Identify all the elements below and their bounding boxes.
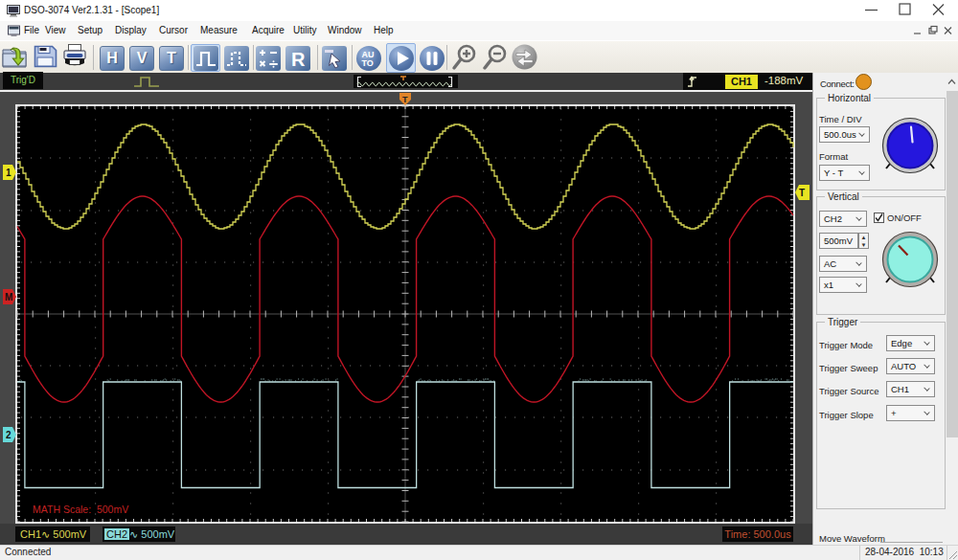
svg-text:T: T [402,95,408,104]
svg-text:T: T [799,188,805,198]
svg-text:R: R [291,49,306,70]
svg-text:1: 1 [6,168,11,178]
svg-text:M: M [5,292,12,302]
svg-text:TO: TO [362,58,374,68]
svg-text:MATH Scale: 500mV: MATH Scale: 500mV [33,504,128,515]
svg-text:2: 2 [6,430,11,440]
